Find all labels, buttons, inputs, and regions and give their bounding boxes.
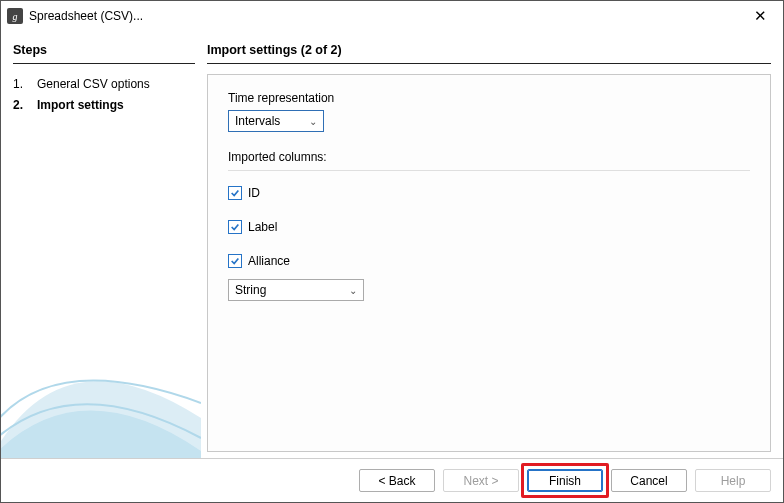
step-label: General CSV options	[37, 74, 150, 95]
steps-panel: Steps 1. General CSV options 2. Import s…	[13, 43, 195, 452]
divider	[228, 170, 750, 171]
step-number: 1.	[13, 74, 25, 95]
button-label: Cancel	[630, 474, 667, 488]
column-checkbox-id[interactable]: ID	[228, 183, 750, 203]
select-value: Intervals	[235, 114, 280, 128]
close-button[interactable]: ✕	[737, 1, 783, 31]
button-label: < Back	[378, 474, 415, 488]
button-label: Finish	[549, 474, 581, 488]
back-button[interactable]: < Back	[359, 469, 435, 492]
imported-columns-label: Imported columns:	[228, 150, 750, 164]
step-item-import-settings: 2. Import settings	[13, 95, 195, 116]
select-value: String	[235, 283, 266, 297]
titlebar: g Spreadsheet (CSV)... ✕	[1, 1, 783, 31]
dialog-body: Steps 1. General CSV options 2. Import s…	[1, 31, 783, 458]
chevron-down-icon: ⌄	[349, 285, 357, 296]
checkbox-icon	[228, 254, 242, 268]
steps-heading: Steps	[13, 43, 195, 61]
step-number: 2.	[13, 95, 25, 116]
main-heading: Import settings (2 of 2)	[207, 43, 771, 61]
chevron-down-icon: ⌄	[309, 116, 317, 127]
window-title: Spreadsheet (CSV)...	[29, 9, 737, 23]
time-representation-label: Time representation	[228, 91, 750, 105]
divider	[13, 63, 195, 64]
help-button: Help	[695, 469, 771, 492]
content-panel: Time representation Intervals ⌄ Imported…	[207, 74, 771, 452]
checkbox-label: ID	[248, 186, 260, 200]
main-panel: Import settings (2 of 2) Time representa…	[207, 43, 771, 452]
checkbox-icon	[228, 220, 242, 234]
finish-button[interactable]: Finish	[527, 469, 603, 492]
column-type-select[interactable]: String ⌄	[228, 279, 364, 301]
time-representation-select[interactable]: Intervals ⌄	[228, 110, 324, 132]
checkbox-label: Alliance	[248, 254, 290, 268]
checkbox-icon	[228, 186, 242, 200]
cancel-button[interactable]: Cancel	[611, 469, 687, 492]
button-label: Help	[721, 474, 746, 488]
button-label: Next >	[463, 474, 498, 488]
next-button: Next >	[443, 469, 519, 492]
dialog-window: g Spreadsheet (CSV)... ✕ Steps 1. Genera…	[0, 0, 784, 503]
app-icon: g	[7, 8, 23, 24]
step-item-general: 1. General CSV options	[13, 74, 195, 95]
steps-list: 1. General CSV options 2. Import setting…	[13, 74, 195, 116]
column-checkbox-label[interactable]: Label	[228, 217, 750, 237]
divider	[207, 63, 771, 64]
column-checkbox-alliance[interactable]: Alliance	[228, 251, 750, 271]
checkbox-label: Label	[248, 220, 277, 234]
close-icon: ✕	[754, 7, 767, 25]
step-label: Import settings	[37, 95, 124, 116]
wizard-footer: < Back Next > Finish Cancel Help	[1, 458, 783, 502]
